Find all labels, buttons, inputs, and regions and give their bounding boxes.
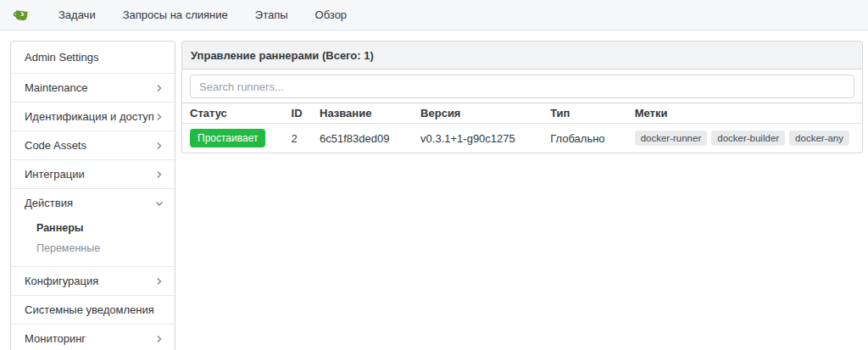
admin-settings-sidebar: Admin Settings Maintenance Идентификация…	[10, 41, 175, 350]
column-header-type: Тип	[542, 103, 626, 124]
sidebar-group-actions: Действия Раннеры Переменные	[11, 189, 175, 267]
chevron-down-icon	[155, 199, 164, 208]
runners-panel: Управление раннерами (Всего: 1) Статус I…	[181, 41, 863, 153]
sidebar-item-label: Системные уведомления	[25, 303, 154, 316]
runner-label-tag: docker-builder	[711, 131, 785, 146]
sidebar-item-label: Действия	[25, 197, 73, 209]
sidebar-actions-sublist: Раннеры Переменные	[11, 217, 175, 267]
search-segment	[181, 69, 863, 103]
column-header-version: Версия	[412, 103, 542, 124]
chevron-right-icon	[155, 335, 164, 343]
runner-id-cell: 2	[283, 124, 312, 153]
gitea-logo-icon[interactable]	[10, 4, 32, 26]
sidebar-item-maintenance[interactable]: Maintenance	[11, 74, 175, 103]
runner-status-badge: Простаивает	[190, 129, 265, 147]
table-header-row: Статус ID Название Версия Тип Метки	[182, 103, 862, 124]
sidebar-item-label: Code Assets	[25, 139, 86, 152]
panel-header-title: Управление раннерами (Всего: 1)	[181, 41, 863, 69]
search-runners-input[interactable]	[190, 75, 854, 98]
column-header-id: ID	[283, 103, 312, 124]
runner-name-cell: 6c51f83ded09	[311, 124, 412, 153]
runner-labels-cell: docker-runnerdocker-builderdocker-any	[626, 124, 862, 153]
runners-table: Статус ID Название Версия Тип Метки Прос…	[181, 103, 863, 153]
sidebar-item-actions[interactable]: Действия	[11, 189, 175, 217]
sidebar-item-code-assets[interactable]: Code Assets	[11, 131, 175, 160]
runner-label-tag: docker-any	[789, 131, 849, 146]
sidebar-item-configuration[interactable]: Конфигурация	[11, 267, 175, 296]
runner-table-row[interactable]: Простаивает 2 6c51f83ded09 v0.3.1+1-g90c…	[182, 124, 862, 153]
sidebar-subitem-runners[interactable]: Раннеры	[11, 218, 175, 238]
chevron-right-icon	[155, 277, 164, 286]
column-header-name: Название	[311, 103, 412, 124]
sidebar-item-integrations[interactable]: Интеграции	[11, 160, 175, 189]
runner-label-tag: docker-runner	[635, 131, 708, 146]
top-navbar: Задачи Запросы на слияние Этапы Обзор	[0, 0, 868, 31]
column-header-labels: Метки	[626, 103, 862, 124]
chevron-right-icon	[155, 142, 164, 150]
sidebar-item-label: Конфигурация	[25, 275, 98, 287]
sidebar-title: Admin Settings	[11, 42, 175, 74]
page-content: Admin Settings Maintenance Идентификация…	[10, 41, 863, 350]
runner-version-cell: v0.3.1+1-g90c1275	[412, 124, 542, 153]
sidebar-item-monitoring[interactable]: Мониторинг	[11, 325, 175, 350]
nav-item-milestones[interactable]: Этапы	[246, 8, 298, 21]
nav-item-merge-requests[interactable]: Запросы на слияние	[114, 8, 237, 21]
sidebar-item-label: Идентификация и доступ	[25, 110, 154, 123]
column-header-status: Статус	[182, 103, 283, 124]
sidebar-item-system-notices[interactable]: Системные уведомления	[11, 296, 175, 325]
chevron-right-icon	[155, 113, 164, 121]
sidebar-item-label: Мониторинг	[25, 332, 86, 345]
sidebar-item-label: Maintenance	[25, 81, 87, 94]
chevron-right-icon	[155, 84, 164, 92]
runner-status-cell: Простаивает	[182, 124, 283, 153]
chevron-right-icon	[155, 170, 164, 179]
nav-item-issues[interactable]: Задачи	[49, 8, 105, 21]
sidebar-item-label: Интеграции	[25, 168, 85, 181]
sidebar-subitem-variables[interactable]: Переменные	[11, 238, 175, 258]
nav-item-explore[interactable]: Обзор	[306, 8, 357, 21]
runner-type-cell: Глобально	[542, 124, 626, 153]
sidebar-item-identity-access[interactable]: Идентификация и доступ	[11, 103, 175, 131]
